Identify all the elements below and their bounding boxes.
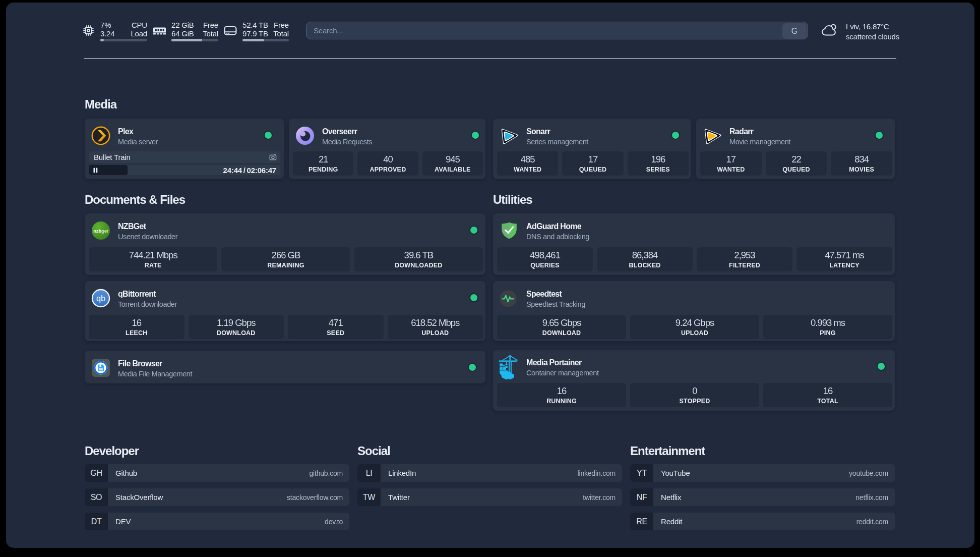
svg-text:nzbget: nzbget — [93, 229, 108, 234]
svg-text:qb: qb — [96, 294, 105, 303]
